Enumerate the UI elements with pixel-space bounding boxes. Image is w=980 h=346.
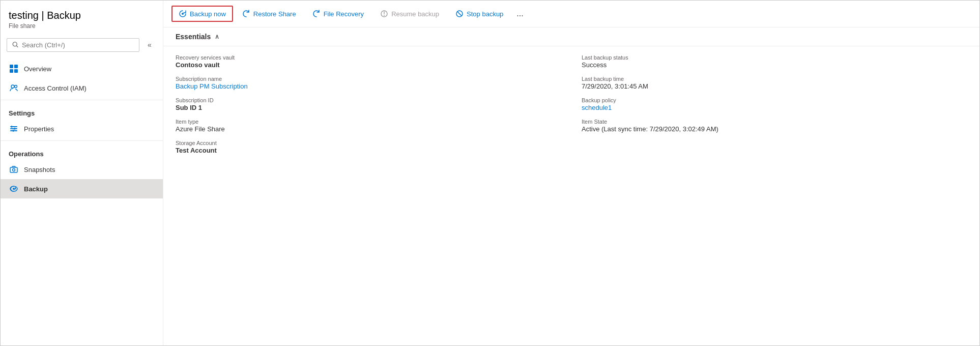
field-last-backup-status: Last backup status Success <box>582 54 967 69</box>
sidebar: testing | Backup File share « <box>1 1 163 345</box>
subscription-name-link[interactable]: Backup PM Subscription <box>176 82 561 90</box>
sidebar-search-area: « <box>1 33 163 57</box>
svg-point-6 <box>11 85 14 88</box>
field-subscription-id: Subscription ID Sub ID 1 <box>176 97 561 111</box>
svg-rect-3 <box>14 65 18 68</box>
svg-point-17 <box>13 188 15 190</box>
restore-share-icon <box>242 10 250 18</box>
backup-icon <box>9 184 19 194</box>
resource-name: testing <box>9 10 39 21</box>
sidebar-item-iam[interactable]: Access Control (IAM) <box>1 78 163 98</box>
more-options-label: ... <box>516 9 523 18</box>
svg-rect-5 <box>14 69 18 73</box>
backup-now-icon <box>179 10 187 18</box>
svg-rect-12 <box>14 128 15 130</box>
page-title: testing | Backup <box>9 10 155 21</box>
overview-icon <box>9 64 19 74</box>
field-recovery-vault: Recovery services vault Contoso vault <box>176 54 561 69</box>
field-value: Success <box>582 61 967 69</box>
svg-point-18 <box>182 13 184 15</box>
properties-icon <box>9 124 19 134</box>
search-icon <box>12 41 19 48</box>
svg-rect-14 <box>10 167 17 172</box>
resource-subtitle: File share <box>9 22 155 30</box>
search-input[interactable] <box>22 41 134 49</box>
sidebar-item-snapshots[interactable]: Snapshots <box>1 160 163 179</box>
chevron-up-icon[interactable]: ∧ <box>215 33 219 40</box>
sidebar-item-label: Snapshots <box>24 166 55 174</box>
operations-section-header: Operations <box>1 143 163 160</box>
backup-now-label: Backup now <box>190 10 226 18</box>
resource-type: Backup <box>47 10 81 21</box>
resume-backup-icon <box>380 10 388 18</box>
sidebar-header: testing | Backup File share <box>1 1 163 33</box>
field-backup-policy: Backup policy schedule1 <box>582 97 967 111</box>
field-label: Last backup status <box>582 54 967 61</box>
essentials-header: Essentials ∧ <box>163 27 979 46</box>
snapshots-icon <box>9 164 19 175</box>
essentials-body: Recovery services vault Contoso vault Su… <box>163 46 979 345</box>
sidebar-item-properties[interactable]: Properties <box>1 119 163 138</box>
file-recovery-button[interactable]: File Recovery <box>305 6 371 22</box>
svg-line-22 <box>458 12 462 16</box>
field-label: Item type <box>176 119 561 125</box>
nav-divider-settings <box>1 100 163 100</box>
field-value: Active (Last sync time: 7/29/2020, 3:02:… <box>582 125 967 133</box>
field-last-backup-time: Last backup time 7/29/2020, 3:01:45 AM <box>582 76 967 90</box>
svg-line-1 <box>16 46 18 47</box>
title-separator: | <box>42 10 47 21</box>
essentials-label: Essentials <box>176 33 211 41</box>
backup-policy-link[interactable]: schedule1 <box>582 104 967 111</box>
stop-backup-icon <box>455 10 464 18</box>
field-label: Subscription name <box>176 76 561 82</box>
svg-point-15 <box>13 169 15 171</box>
more-options-button[interactable]: ... <box>512 6 527 21</box>
svg-point-20 <box>384 15 385 16</box>
restore-share-button[interactable]: Restore Share <box>235 6 303 22</box>
svg-rect-11 <box>11 126 12 128</box>
resume-backup-label: Resume backup <box>391 10 439 18</box>
sidebar-item-label: Access Control (IAM) <box>24 84 87 92</box>
iam-icon <box>9 83 19 93</box>
field-value: Test Account <box>176 147 561 154</box>
svg-rect-2 <box>10 65 13 68</box>
field-value: Sub ID 1 <box>176 104 561 111</box>
backup-now-button[interactable]: Backup now <box>171 6 233 22</box>
field-value: Contoso vault <box>176 61 561 69</box>
svg-point-7 <box>15 85 17 88</box>
sidebar-item-label: Properties <box>24 125 54 133</box>
field-value: 7/29/2020, 3:01:45 AM <box>582 82 967 90</box>
collapse-button[interactable]: « <box>142 38 157 52</box>
svg-rect-9 <box>10 128 17 129</box>
sidebar-nav: Overview Access Control (IAM) Settings <box>1 57 163 345</box>
sidebar-item-label: Overview <box>24 65 51 73</box>
field-item-state: Item State Active (Last sync time: 7/29/… <box>582 119 967 133</box>
field-label: Recovery services vault <box>176 54 561 61</box>
field-label: Item State <box>582 119 967 125</box>
field-storage-account: Storage Account Test Account <box>176 140 561 154</box>
svg-rect-13 <box>13 130 14 132</box>
essentials-right-column: Last backup status Success Last backup t… <box>561 54 967 337</box>
sidebar-item-backup[interactable]: Backup <box>1 179 163 198</box>
file-recovery-label: File Recovery <box>324 10 364 18</box>
sidebar-item-label: Backup <box>24 185 48 193</box>
field-item-type: Item type Azure File Share <box>176 119 561 133</box>
search-box[interactable] <box>7 38 139 52</box>
settings-section-header: Settings <box>1 102 163 119</box>
field-label: Subscription ID <box>176 97 561 103</box>
svg-rect-4 <box>10 69 13 73</box>
nav-divider-operations <box>1 140 163 141</box>
field-label: Storage Account <box>176 140 561 146</box>
stop-backup-button[interactable]: Stop backup <box>448 6 510 22</box>
resume-backup-button[interactable]: Resume backup <box>373 6 446 22</box>
field-label: Backup policy <box>582 97 967 103</box>
toolbar: Backup now Restore Share <box>163 1 979 27</box>
sidebar-item-overview[interactable]: Overview <box>1 59 163 78</box>
field-label: Last backup time <box>582 76 967 82</box>
field-subscription-name: Subscription name Backup PM Subscription <box>176 76 561 90</box>
main-content: Backup now Restore Share <box>163 1 979 345</box>
svg-point-0 <box>13 42 17 46</box>
field-value: Azure File Share <box>176 125 561 133</box>
stop-backup-label: Stop backup <box>467 10 503 18</box>
essentials-left-column: Recovery services vault Contoso vault Su… <box>176 54 561 337</box>
